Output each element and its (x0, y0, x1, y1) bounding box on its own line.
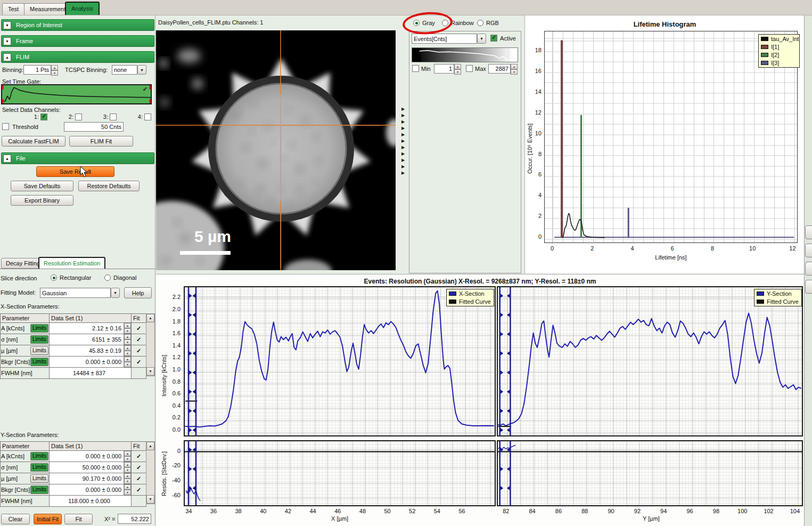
tcspc-binning-select[interactable]: none (112, 65, 137, 75)
help-button[interactable]: Help (124, 287, 152, 298)
export-binary-button[interactable]: Export Binary (11, 195, 73, 206)
max-stepper[interactable]: ▲▼ (511, 64, 518, 74)
x-table-scrollbar[interactable]: ▲▼ (146, 313, 155, 376)
slice-diagonal-radio[interactable]: Diagonal (104, 274, 136, 281)
chevron-down-icon[interactable]: ▼ (3, 37, 11, 45)
value-stepper[interactable]: ▲▼ (124, 334, 131, 345)
min-input[interactable]: 1 (434, 64, 454, 74)
param-value[interactable]: 90.170 ± 0.000 (50, 473, 124, 484)
value-stepper[interactable]: ▲▼ (124, 451, 131, 462)
fit-checkbox[interactable]: ✓ (132, 473, 146, 484)
limits-button[interactable]: Limits (30, 346, 48, 355)
tab-test[interactable]: Test (2, 3, 24, 15)
limits-button[interactable]: Limits (30, 463, 48, 472)
microscopy-image[interactable]: 5 µm (156, 30, 396, 270)
max-checkbox[interactable] (466, 65, 473, 72)
limits-button[interactable]: Limits (30, 358, 48, 366)
y-resid-plot[interactable] (497, 440, 803, 506)
limits-button[interactable]: Limits (30, 324, 48, 333)
value-stepper[interactable]: ▲▼ (124, 345, 131, 356)
chevron-down-icon[interactable]: ▼ (3, 21, 11, 29)
collapsed-side-button[interactable] (805, 262, 812, 276)
splitter-handle[interactable]: ▶▶▶▶▶▶▶▶▶▶▶ (401, 106, 405, 176)
calculate-fastflim-button[interactable]: Calculate FastFLIM (2, 136, 65, 147)
collapsed-side-button[interactable] (805, 280, 812, 294)
param-value[interactable]: 50.000 ± 0.000 (50, 462, 124, 473)
chevron-up-icon[interactable]: ▲ (3, 155, 11, 163)
fitting-model-select[interactable]: Gaussian (40, 288, 111, 298)
clear-button[interactable]: Clear (1, 514, 30, 524)
fit-checkbox[interactable] (132, 368, 146, 379)
flim-fit-button[interactable]: FLIM Fit (69, 136, 133, 147)
binning-input[interactable]: 1 Pts (23, 65, 51, 75)
channel-checkbox[interactable] (144, 114, 151, 120)
param-value[interactable]: 6151 ± 355 (50, 334, 124, 345)
limits-button[interactable]: Limits (30, 485, 48, 494)
threshold-input[interactable]: 50 Cnts (64, 122, 124, 132)
limits-button[interactable]: Limits (30, 335, 48, 344)
chevron-up-icon[interactable]: ▲ (3, 53, 11, 61)
dropdown-arrow-icon[interactable]: ▼ (137, 65, 146, 75)
y-table-scrollbar[interactable]: ▲▼ (146, 441, 155, 504)
channel-checkbox[interactable] (40, 114, 47, 120)
tab-resolution-estimation[interactable]: Resolution Estimation (38, 257, 105, 269)
dropdown-arrow-icon[interactable]: ▼ (111, 288, 120, 298)
threshold-checkbox[interactable] (2, 123, 9, 130)
value-stepper[interactable]: ▲▼ (124, 484, 131, 495)
max-toggle[interactable]: Max (466, 65, 486, 72)
limits-button[interactable]: Limits (30, 474, 48, 483)
value-stepper[interactable]: ▲▼ (124, 323, 131, 334)
limits-button[interactable]: Limits (30, 452, 48, 460)
save-defaults-button[interactable]: Save Defaults (11, 181, 73, 191)
intensity-gradient[interactable] (412, 47, 518, 62)
param-value[interactable]: 0.000 ± 0.000 (50, 484, 124, 495)
binning-stepper[interactable]: ▲▼ (51, 65, 58, 75)
restore-defaults-button[interactable]: Restore Defaults (78, 181, 140, 191)
dropdown-arrow-icon[interactable]: ▼ (477, 34, 486, 44)
slice-rectangular-radio[interactable]: Rectangular (51, 274, 91, 281)
y-section-plot[interactable] (497, 286, 803, 436)
active-checkbox[interactable] (490, 35, 497, 42)
x-section-plot[interactable] (184, 286, 496, 436)
initial-fit-button[interactable]: Initial Fit (34, 514, 62, 524)
section-header-roi[interactable]: ▼Region of Interest (1, 19, 154, 31)
collapsed-side-button[interactable] (805, 225, 812, 239)
tab-analysis[interactable]: Analysis (65, 2, 100, 15)
min-checkbox[interactable] (412, 65, 419, 72)
fit-checkbox[interactable]: ✓ (132, 357, 146, 368)
radio-icon[interactable] (51, 274, 57, 281)
fit-button[interactable]: Fit (64, 514, 93, 524)
tab-measurement[interactable]: Measurement (24, 3, 71, 15)
channel-checkbox[interactable] (110, 114, 117, 120)
channel-checkbox[interactable] (75, 114, 82, 120)
value-stepper[interactable]: ▲▼ (124, 462, 131, 473)
save-result-button[interactable]: Save Result (36, 166, 114, 177)
x-resid-plot[interactable] (184, 440, 496, 506)
section-header-flim[interactable]: ▲FLIM (1, 51, 154, 63)
section-header-frame[interactable]: ▼Frame (1, 35, 154, 47)
min-stepper[interactable]: ▲▼ (454, 64, 461, 74)
param-value[interactable]: 45.83 ± 0.19 (50, 345, 124, 356)
max-input[interactable]: 2887 (488, 64, 511, 74)
collapsed-side-button[interactable] (805, 244, 812, 257)
fit-checkbox[interactable]: ✓ (132, 451, 146, 462)
fit-checkbox[interactable]: ✓ (132, 345, 146, 357)
param-value[interactable]: 2.12 ± 0.16 (50, 323, 124, 334)
rgb-radio[interactable]: RGB (477, 20, 499, 26)
value-stepper[interactable]: ▲▼ (124, 357, 131, 367)
param-value[interactable]: 0.000 ± 0.000 (50, 451, 124, 462)
value-stepper[interactable]: ▲▼ (124, 473, 131, 484)
radio-icon[interactable] (104, 274, 111, 281)
section-header-file[interactable]: ▲File (1, 152, 154, 164)
fit-checkbox[interactable]: ✓ (132, 323, 146, 334)
time-gate-widget[interactable]: ✓ (1, 84, 152, 104)
active-toggle[interactable]: Active (490, 35, 516, 42)
fit-checkbox[interactable]: ✓ (132, 484, 146, 496)
fit-checkbox[interactable]: ✓ (132, 462, 146, 473)
param-value[interactable]: 0.000 ± 0.000 (50, 357, 124, 367)
threshold-toggle[interactable]: Threshold (2, 123, 38, 130)
fit-checkbox[interactable] (132, 496, 146, 507)
radio-icon[interactable] (477, 20, 483, 26)
fit-checkbox[interactable]: ✓ (132, 334, 146, 345)
channel-source-select[interactable]: Events[Cnts] (412, 34, 477, 44)
